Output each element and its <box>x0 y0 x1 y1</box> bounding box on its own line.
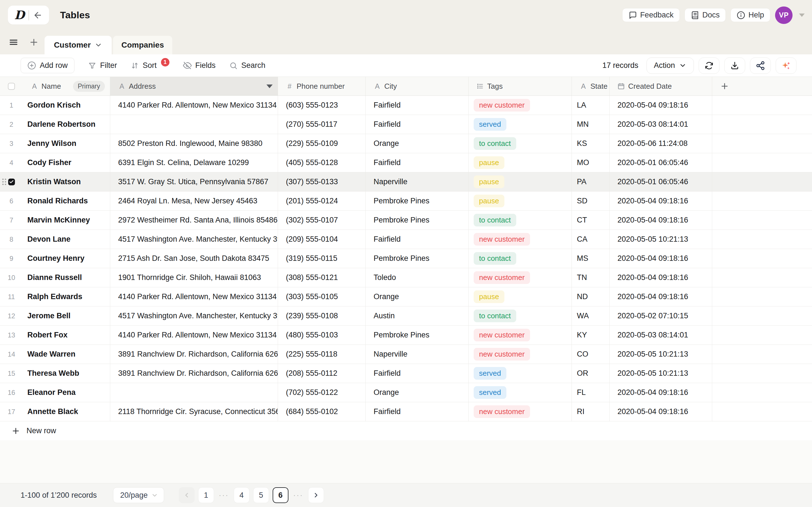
cell-phone[interactable]: (229) 555-0109 <box>278 134 366 153</box>
cell-phone[interactable]: (302) 555-0107 <box>278 211 366 230</box>
cell-city[interactable]: Austin <box>366 306 469 325</box>
table-row[interactable]: 7Marvin McKinney2972 Westheimer Rd. Sant… <box>0 211 812 230</box>
page-button-5[interactable]: 5 <box>253 487 269 503</box>
cell-name[interactable]: Robert Fox <box>23 326 110 344</box>
table-row[interactable]: 13Robert Fox4140 Parker Rd. Allentown, N… <box>0 326 812 345</box>
cell-tags[interactable]: pause <box>469 287 572 306</box>
help-button[interactable]: Help <box>730 8 770 22</box>
cell-name[interactable]: Cody Fisher <box>23 153 110 172</box>
cell-phone[interactable]: (209) 555-0104 <box>278 230 366 249</box>
cell-address[interactable]: 4140 Parker Rd. Allentown, New Mexico 31… <box>110 326 278 344</box>
cell-created-date[interactable]: 2020-05-03 08:14:01 <box>610 326 712 344</box>
add-field-button[interactable] <box>720 82 729 91</box>
cell-tags[interactable]: to contact <box>469 134 572 153</box>
row-number-cell[interactable]: 3 <box>0 134 23 153</box>
table-row[interactable]: 11Ralph Edwards4140 Parker Rd. Allentown… <box>0 287 812 306</box>
cell-phone[interactable]: (319) 555-0115 <box>278 249 366 268</box>
tag-pill[interactable]: pause <box>474 156 504 169</box>
cell-created-date[interactable]: 2020-05-01 06:05:46 <box>610 153 712 172</box>
table-row[interactable]: 1Gordon Krisch4140 Parker Rd. Allentown,… <box>0 96 812 115</box>
table-row[interactable]: 6Ronald Richards2464 Royal Ln. Mesa, New… <box>0 191 812 211</box>
cell-phone[interactable]: (308) 555-0121 <box>278 268 366 287</box>
tag-pill[interactable]: served <box>474 118 506 131</box>
cell-name[interactable]: Annette Black <box>23 402 110 421</box>
next-page-button[interactable] <box>308 487 324 503</box>
avatar-caret-icon[interactable] <box>799 13 805 17</box>
cell-tags[interactable]: new customer <box>469 326 572 344</box>
cell-phone[interactable]: (270) 555-0117 <box>278 115 366 134</box>
cell-created-date[interactable]: 2020-05-04 09:18:16 <box>610 191 712 210</box>
cell-city[interactable]: Pembroke Pines <box>366 211 469 230</box>
tag-pill[interactable]: new customer <box>474 233 530 245</box>
sort-button[interactable]: Sort 1 <box>131 61 169 70</box>
cell-phone[interactable]: (480) 555-0103 <box>278 326 366 344</box>
cell-phone[interactable]: (225) 555-0118 <box>278 345 366 363</box>
cell-address[interactable]: 4140 Parker Rd. Allentown, New Mexico 31… <box>110 96 278 115</box>
page-button-1[interactable]: 1 <box>198 487 214 503</box>
cell-address[interactable]: 2972 Westheimer Rd. Santa Ana, Illinois … <box>110 211 278 230</box>
row-number-cell[interactable]: 8 <box>0 230 23 249</box>
row-number-cell[interactable]: 4 <box>0 153 23 172</box>
cell-tags[interactable]: pause <box>469 153 572 172</box>
cell-state[interactable]: WA <box>572 306 610 325</box>
sort-caret-icon[interactable] <box>266 84 273 88</box>
cell-name[interactable]: Marvin McKinney <box>23 211 110 230</box>
cell-address[interactable]: 6391 Elgin St. Celina, Delaware 10299 <box>110 153 278 172</box>
table-list-menu-icon[interactable] <box>8 30 18 54</box>
cell-address[interactable]: 2118 Thornridge Cir. Syracuse, Connectic… <box>110 402 278 421</box>
cell-state[interactable]: MS <box>572 249 610 268</box>
cell-tags[interactable]: new customer <box>469 96 572 115</box>
tag-pill[interactable]: to contact <box>474 214 516 226</box>
cell-name[interactable]: Dianne Russell <box>23 268 110 287</box>
cell-city[interactable]: Fairfield <box>366 115 469 134</box>
cell-name[interactable]: Darlene Robertson <box>23 115 110 134</box>
cell-phone[interactable]: (307) 555-0133 <box>278 172 366 191</box>
cell-name[interactable]: Jerome Bell <box>23 306 110 325</box>
cell-name[interactable]: Theresa Webb <box>23 364 110 383</box>
cell-phone[interactable]: (239) 555-0108 <box>278 306 366 325</box>
cell-tags[interactable]: served <box>469 383 572 402</box>
cell-name[interactable]: Gordon Krisch <box>23 96 110 115</box>
cell-address[interactable]: 3517 W. Gray St. Utica, Pennsylvania 578… <box>110 172 278 191</box>
cell-city[interactable]: Pembroke Pines <box>366 326 469 344</box>
table-row[interactable]: 12Jerome Bell4517 Washington Ave. Manche… <box>0 306 812 326</box>
cell-name[interactable]: Ralph Edwards <box>23 287 110 306</box>
cell-state[interactable]: ND <box>572 287 610 306</box>
cell-address[interactable]: 2464 Royal Ln. Mesa, New Jersey 45463 <box>110 191 278 210</box>
cell-city[interactable]: Orange <box>366 287 469 306</box>
fields-button[interactable]: Fields <box>183 61 216 70</box>
cell-name[interactable]: Eleanor Pena <box>23 383 110 402</box>
tag-pill[interactable]: served <box>474 386 506 399</box>
cell-state[interactable]: KY <box>572 326 610 344</box>
row-number-cell[interactable] <box>0 172 23 191</box>
cell-city[interactable]: Naperville <box>366 172 469 191</box>
cell-address[interactable]: 2715 Ash Dr. San Jose, South Dakota 8347… <box>110 249 278 268</box>
cell-phone[interactable]: (303) 555-0105 <box>278 287 366 306</box>
table-row[interactable]: 2Darlene Robertson(270) 555-0117Fairfiel… <box>0 115 812 134</box>
tab-companies[interactable]: Companies <box>113 36 172 54</box>
cell-address[interactable]: 4140 Parker Rd. Allentown, New Mexico 31… <box>110 287 278 306</box>
row-number-cell[interactable]: 17 <box>0 402 23 421</box>
row-number-cell[interactable]: 10 <box>0 268 23 287</box>
tag-pill[interactable]: to contact <box>474 309 516 322</box>
table-row[interactable]: 9Courtney Henry2715 Ash Dr. San Jose, So… <box>0 249 812 268</box>
cell-state[interactable]: SD <box>572 191 610 210</box>
column-header-phone[interactable]: #Phone number <box>278 77 366 96</box>
cell-city[interactable]: Fairfield <box>366 96 469 115</box>
table-row[interactable]: 10Dianne Russell1901 Thornridge Cir. Shi… <box>0 268 812 287</box>
table-row[interactable]: 15Theresa Webb3891 Ranchview Dr. Richard… <box>0 364 812 383</box>
cell-tags[interactable]: new customer <box>469 268 572 287</box>
cell-created-date[interactable]: 2020-05-01 06:05:46 <box>610 172 712 191</box>
table-row[interactable]: 14Wade Warren3891 Ranchview Dr. Richards… <box>0 345 812 364</box>
cell-tags[interactable]: to contact <box>469 306 572 325</box>
cell-city[interactable]: Fairfield <box>366 402 469 421</box>
column-header-tags[interactable]: Tags <box>469 77 572 96</box>
cell-phone[interactable]: (201) 555-0124 <box>278 191 366 210</box>
column-header-state[interactable]: AState <box>572 77 610 96</box>
chevron-down-icon[interactable] <box>94 41 102 49</box>
add-row-button[interactable]: Add row <box>20 58 74 73</box>
filter-button[interactable]: Filter <box>88 61 117 70</box>
tag-pill[interactable]: new customer <box>474 99 530 112</box>
cell-phone[interactable]: (702) 555-0122 <box>278 383 366 402</box>
tag-pill[interactable]: to contact <box>474 137 516 150</box>
